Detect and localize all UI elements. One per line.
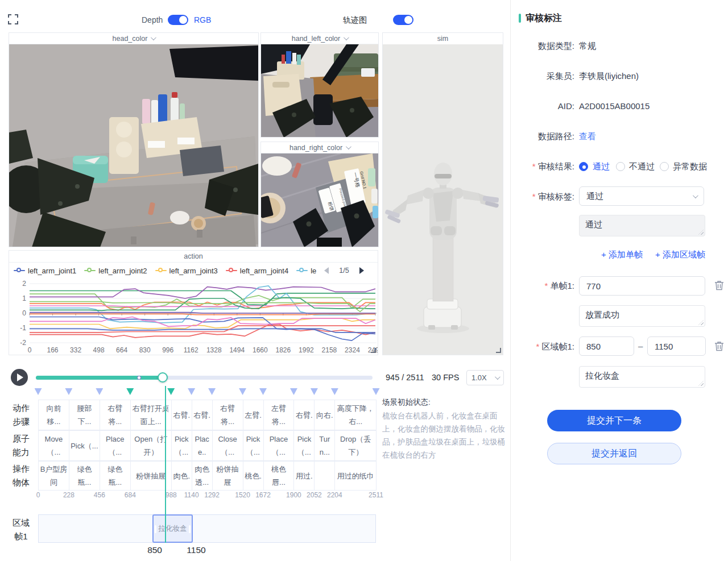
sim-panel: sim [382,32,503,355]
step-cell: 桃色. [243,461,264,491]
review-tag-select[interactable]: 通过 [579,186,704,206]
fullscreen-icon[interactable] [7,14,19,25]
step-cell: 高度下降，右... [334,400,377,430]
play-button[interactable] [11,369,28,386]
region-end-input[interactable]: 1150 [647,336,706,356]
row-label: 原子 能力 [7,432,35,459]
radio-abnormal[interactable] [660,162,669,171]
playback-speed-select[interactable]: 1.0X [466,370,504,385]
step-cell: Pick（... [69,430,100,461]
x-axis-tick-label: 2324 [345,346,360,354]
legend-item[interactable]: le [296,267,316,275]
review-tag-label: 审核标签: [512,192,574,202]
frame-counter: 945 / 2511 [386,373,424,382]
timeline-marker[interactable] [259,388,267,395]
step-cell: 左臂. [243,400,264,430]
step-cell: 右臂. [192,400,213,430]
timeline-marker[interactable] [208,388,216,395]
action-chart-title: action [184,252,202,260]
chevron-down-icon [495,374,500,380]
x-axis-tick-label: 1660 [253,346,268,354]
timeline-marker[interactable] [188,388,195,395]
series-line [30,287,375,298]
add-single-frame-link[interactable]: + 添加单帧 [601,250,643,260]
y-axis-tick-label: 0 [22,309,26,317]
review-panel-title: 审核标注 [526,13,562,24]
timeline-marker[interactable] [126,388,134,395]
aid-value: A2D0015AB00015 [579,101,650,111]
radio-fail-label[interactable]: 不通过 [629,161,655,172]
add-region-frame-link[interactable]: + 添加区域帧 [655,250,705,260]
y-axis-tick-label: -2 [20,339,26,347]
play-icon [17,373,23,381]
review-tag-comment[interactable]: 通过 [579,215,705,236]
radio-pass[interactable] [579,162,588,171]
row-label: 动作 步骤 [7,401,35,429]
step-cell [314,461,335,491]
radio-pass-label[interactable]: 通过 [593,161,610,172]
region-right-handle[interactable] [189,525,191,533]
region-start-value: 850 [147,545,162,555]
hand-right-camera-select[interactable]: hand_right_color [261,142,378,153]
legend-item[interactable]: left_arm_joint2 [84,267,147,275]
playback-slider[interactable] [36,376,373,380]
hand-left-camera-select[interactable]: hand_left_color [261,33,378,44]
chart-resize-grip[interactable] [371,348,376,353]
region-end-value: 1150 [187,545,205,555]
timeline-marker[interactable] [167,388,175,395]
submit-next-button[interactable]: 提交并下一条 [547,410,681,431]
single-frame-input[interactable]: 770 [579,276,705,296]
timeline-marker[interactable] [311,388,318,395]
timeline-marker[interactable] [65,388,72,395]
axis-tick-label: 684 [125,491,136,499]
legend-item[interactable]: left_arm_joint4 [226,267,288,275]
legend-next-page-arrow[interactable] [359,267,364,274]
delete-region-frame-icon[interactable] [714,341,724,351]
step-cell: B户型房间 [38,461,69,491]
region-track[interactable] [38,514,376,543]
timeline-marker[interactable] [96,388,103,395]
region-block-label: 拉化妆盒 [159,524,187,534]
radio-abnormal-label[interactable]: 异常数据 [673,161,707,172]
y-axis-tick-label: -1 [20,324,26,332]
single-frame-comment[interactable]: 放置成功 [579,305,705,327]
radio-fail[interactable] [616,162,625,171]
step-cell: Place（... [100,430,131,461]
hand-right-camera-title: hand_right_color [289,144,342,152]
trajectory-toggle[interactable] [393,15,413,25]
region-left-handle[interactable] [155,525,156,533]
region-track-label: 区域 帧1 [7,516,35,543]
head-camera-select[interactable]: head_color [9,33,258,44]
step-cell: 肉色. [171,461,192,491]
series-line [30,318,375,329]
playback-slider-handle[interactable] [158,372,168,383]
region-frame-block[interactable]: 拉化妆盒 [152,514,193,543]
step-cell: 绿色瓶... [100,461,131,491]
step-cell: Place.. [192,430,213,461]
action-line-chart: 210-1-2016633249866483099611621328149416… [9,278,378,355]
chevron-down-icon [346,144,351,149]
legend-item[interactable]: left_arm_joint1 [14,267,76,275]
sim-resize-grip[interactable] [496,348,501,353]
step-cell: Turn... [314,430,335,461]
sim-robot-image [383,44,503,355]
data-path-view-link[interactable]: 查看 [579,131,596,142]
timeline-marker[interactable] [331,388,338,395]
legend-item[interactable]: left_arm_joint3 [155,267,218,275]
step-cell: Pick（... [293,430,315,461]
timeline-marker[interactable] [239,388,246,395]
scene-state-title: 场景初始状态: [382,397,431,408]
legend-prev-page-arrow[interactable] [324,267,329,274]
step-cell: 向右. [314,400,335,430]
fps-label: 30 FPS [432,373,459,382]
data-path-label: 数据路径: [512,131,574,142]
submit-return-button[interactable]: 提交并返回 [547,443,681,464]
timeline-marker[interactable] [290,388,297,395]
timeline-marker[interactable] [373,388,380,395]
delete-single-frame-icon[interactable] [714,280,724,290]
depth-label: Depth [142,15,163,24]
depth-rgb-toggle[interactable] [168,15,188,25]
timeline-marker[interactable] [35,388,42,395]
region-start-input[interactable]: 850 [579,336,634,356]
region-frame-comment[interactable]: 拉化妆盒 [579,366,705,388]
